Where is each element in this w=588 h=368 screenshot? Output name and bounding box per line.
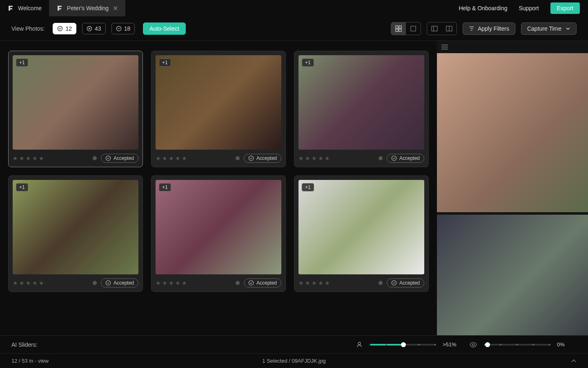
square-icon	[410, 25, 416, 32]
color-label-dot[interactable]	[93, 156, 97, 160]
star-icon[interactable]: ★	[325, 155, 330, 162]
rejected-count: 43	[95, 25, 101, 32]
status-pill[interactable]: Accepted	[387, 278, 424, 287]
star-rating[interactable]: ★ ★ ★ ★ ★	[298, 155, 330, 162]
star-icon[interactable]: ★	[305, 280, 310, 286]
color-label-dot[interactable]	[379, 156, 383, 160]
grid-icon	[395, 25, 402, 32]
star-icon[interactable]: ★	[32, 155, 38, 162]
tab-project[interactable]: Peter's Wedding ✕	[49, 0, 125, 16]
star-icon[interactable]: ★	[13, 280, 18, 286]
star-icon[interactable]: ★	[175, 155, 180, 162]
star-icon[interactable]: ★	[162, 280, 167, 286]
card-footer: ★ ★ ★ ★ ★ Accepted	[298, 274, 424, 287]
status-pill[interactable]: Accepted	[101, 154, 138, 163]
status-pill[interactable]: Accepted	[101, 278, 138, 287]
tab-welcome[interactable]: Welcome	[0, 0, 49, 16]
star-icon[interactable]: ★	[19, 280, 24, 286]
star-icon[interactable]: ★	[13, 155, 18, 162]
star-icon[interactable]: ★	[39, 280, 44, 286]
photo-thumbnail[interactable]: +1	[13, 180, 138, 274]
check-circle-icon	[105, 155, 111, 161]
toolbar: View Photos: 12 43 18 Auto-Select Apply …	[0, 16, 588, 41]
star-icon[interactable]: ★	[156, 280, 161, 286]
star-icon[interactable]: ★	[312, 155, 317, 162]
star-rating[interactable]: ★ ★ ★ ★ ★	[13, 280, 44, 286]
star-icon[interactable]: ★	[182, 280, 187, 286]
star-icon[interactable]: ★	[298, 155, 304, 162]
check-circle-icon	[248, 155, 254, 161]
color-label-dot[interactable]	[379, 281, 383, 285]
tab-label: Welcome	[18, 5, 42, 11]
ai-sliders-bar: AI Sliders: >51% 0%	[0, 335, 588, 353]
view-compare-split-button[interactable]	[442, 22, 457, 35]
apply-filters-button[interactable]: Apply Filters	[463, 22, 515, 35]
star-rating[interactable]: ★ ★ ★ ★ ★	[298, 280, 330, 286]
star-icon[interactable]: ★	[169, 155, 174, 162]
stack-badge: +1	[16, 58, 28, 67]
status-pill[interactable]: Accepted	[387, 154, 424, 163]
star-icon[interactable]: ★	[318, 155, 323, 162]
view-single-button[interactable]	[406, 22, 421, 35]
status-pill[interactable]: Accepted	[244, 154, 281, 163]
filter-accepted[interactable]: 12	[53, 23, 76, 34]
star-icon[interactable]: ★	[312, 280, 317, 286]
star-icon[interactable]: ★	[162, 155, 167, 162]
photo-thumbnail[interactable]: +1	[298, 55, 424, 150]
preview-image[interactable]	[437, 53, 588, 212]
filter-icon	[469, 26, 474, 31]
person-slider[interactable]	[370, 344, 435, 346]
svg-rect-7	[399, 29, 401, 31]
close-icon[interactable]: ✕	[113, 4, 118, 12]
star-icon[interactable]: ★	[156, 155, 161, 162]
photo-card[interactable]: +1 ★ ★ ★ ★ ★ Accepted	[151, 51, 286, 167]
chevron-up-icon[interactable]	[571, 358, 577, 364]
star-icon[interactable]: ★	[169, 280, 174, 286]
photo-card[interactable]: +1 ★ ★ ★ ★ ★ Accepted	[294, 51, 429, 167]
status-pill[interactable]: Accepted	[244, 278, 281, 287]
photo-card[interactable]: +1 ★ ★ ★ ★ ★ Accepted	[294, 175, 429, 292]
support-link[interactable]: Support	[519, 5, 539, 11]
photo-card[interactable]: +1 ★ ★ ★ ★ ★ Accepted	[151, 175, 286, 292]
star-rating[interactable]: ★ ★ ★ ★ ★	[13, 155, 44, 162]
star-rating[interactable]: ★ ★ ★ ★ ★	[156, 155, 187, 162]
visibility-slider[interactable]	[484, 344, 550, 346]
filter-untagged[interactable]: 18	[111, 23, 135, 34]
view-compare-left-button[interactable]	[427, 22, 442, 35]
star-icon[interactable]: ★	[32, 280, 38, 286]
view-grid-button[interactable]	[391, 22, 406, 35]
x-circle-icon	[87, 26, 92, 31]
export-button[interactable]: Export	[550, 2, 580, 14]
star-rating[interactable]: ★ ★ ★ ★ ★	[156, 280, 187, 286]
photo-thumbnail[interactable]: +1	[156, 180, 281, 274]
sort-dropdown[interactable]: Capture Time	[521, 22, 577, 35]
help-link[interactable]: Help & Onboarding	[459, 5, 507, 11]
star-icon[interactable]: ★	[175, 280, 180, 286]
star-icon[interactable]: ★	[19, 155, 24, 162]
svg-rect-8	[411, 26, 416, 31]
photo-thumbnail[interactable]: +1	[298, 180, 424, 274]
star-icon[interactable]: ★	[325, 280, 330, 286]
photo-card[interactable]: +1 ★ ★ ★ ★ ★ Accepted	[8, 51, 143, 167]
panel-toggle-icon[interactable]	[437, 41, 588, 53]
star-icon[interactable]: ★	[26, 155, 31, 162]
star-icon[interactable]: ★	[182, 155, 187, 162]
photo-card[interactable]: +1 ★ ★ ★ ★ ★ Accepted	[8, 175, 143, 292]
star-icon[interactable]: ★	[26, 280, 31, 286]
card-footer: ★ ★ ★ ★ ★ Accepted	[156, 150, 281, 163]
svg-point-23	[472, 343, 474, 346]
star-icon[interactable]: ★	[305, 155, 310, 162]
svg-rect-4	[396, 26, 398, 28]
color-label-dot[interactable]	[93, 281, 97, 285]
star-icon[interactable]: ★	[298, 280, 304, 286]
photo-thumbnail[interactable]: +1	[156, 55, 281, 150]
auto-select-button[interactable]: Auto-Select	[143, 22, 185, 35]
color-label-dot[interactable]	[236, 156, 240, 160]
color-label-dot[interactable]	[236, 281, 240, 285]
photo-thumbnail[interactable]: +1	[13, 55, 138, 150]
filter-rejected[interactable]: 43	[82, 23, 106, 34]
star-icon[interactable]: ★	[39, 155, 44, 162]
title-bar: Welcome Peter's Wedding ✕ Help & Onboard…	[0, 0, 588, 16]
preview-image[interactable]	[437, 215, 588, 336]
star-icon[interactable]: ★	[318, 280, 323, 286]
